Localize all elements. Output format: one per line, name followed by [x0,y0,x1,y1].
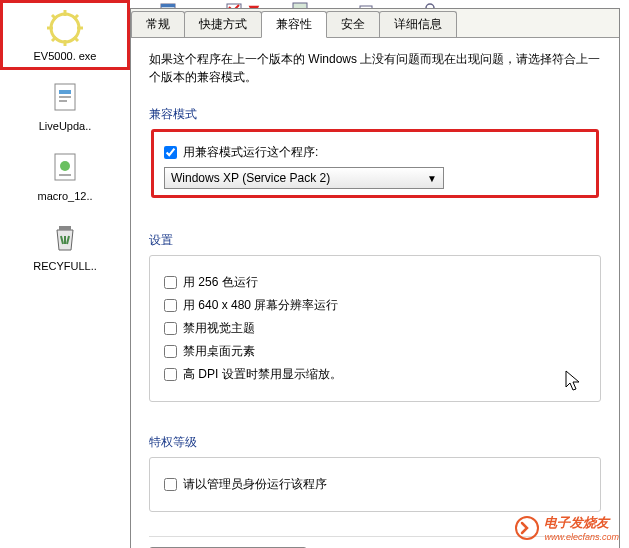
tab-security[interactable]: 安全 [326,11,380,37]
setting-checkbox-desktop-composition[interactable] [164,345,177,358]
compat-mode-checkbox-row: 用兼容模式运行这个程序: [164,144,586,161]
svg-line-8 [52,37,56,41]
privilege-checkbox-admin[interactable] [164,478,177,491]
watermark-url: www.elecfans.com [544,532,619,542]
setting-label: 用 256 色运行 [183,274,258,291]
setting-label: 用 640 x 480 屏幕分辨率运行 [183,297,338,314]
file-icon [45,78,85,118]
desktop-icon-ev5000[interactable]: EV5000. exe [0,0,130,70]
privilege-box: 请以管理员身份运行该程序 [149,457,601,512]
svg-rect-11 [59,96,71,98]
setting-checkbox-visual-themes[interactable] [164,322,177,335]
setting-row: 禁用桌面元素 [164,343,586,360]
properties-dialog: 常规 快捷方式 兼容性 安全 详细信息 如果这个程序在上一个版本的 Window… [130,8,620,548]
svg-line-7 [74,15,78,19]
tab-shortcut[interactable]: 快捷方式 [184,11,262,37]
desktop-icon-label: EV5000. exe [34,50,97,62]
svg-point-14 [60,161,70,171]
watermark-text-wrap: 电子发烧友 www.elecfans.com [544,514,619,542]
setting-row: 禁用视觉主题 [164,320,586,337]
setting-label: 禁用视觉主题 [183,320,255,337]
tab-details[interactable]: 详细信息 [379,11,457,37]
svg-line-6 [74,37,78,41]
compat-mode-checkbox[interactable] [164,146,177,159]
svg-rect-15 [59,174,71,176]
desktop-icon-liveupda[interactable]: LiveUpda.. [0,70,130,140]
setting-row: 用 256 色运行 [164,274,586,291]
desktop-icon-label: macro_12.. [37,190,92,202]
desktop-icon-label: LiveUpda.. [39,120,92,132]
tab-compatibility[interactable]: 兼容性 [261,11,327,38]
watermark-logo-icon [514,515,540,541]
desktop-icon-label: RECYFULL.. [33,260,97,272]
chevron-down-icon: ▼ [427,173,437,184]
intro-text: 如果这个程序在上一个版本的 Windows 上没有问题而现在出现问题，请选择符合… [149,50,601,86]
svg-rect-16 [59,226,71,230]
compat-mode-dropdown[interactable]: Windows XP (Service Pack 2) ▼ [164,167,444,189]
cursor-icon [564,369,584,398]
svg-rect-12 [59,100,67,102]
settings-fieldset: 设置 用 256 色运行 用 640 x 480 屏幕分辨率运行 禁用视觉主题 … [149,224,601,414]
watermark-text: 电子发烧友 [544,514,619,532]
privilege-title: 特权等级 [149,434,601,451]
tabs-row: 常规 快捷方式 兼容性 安全 详细信息 [131,9,619,38]
compat-mode-highlight: 用兼容模式运行这个程序: Windows XP (Service Pack 2)… [151,129,599,198]
privilege-label: 请以管理员身份运行该程序 [183,476,327,493]
setting-row: 用 640 x 480 屏幕分辨率运行 [164,297,586,314]
setting-label: 禁用桌面元素 [183,343,255,360]
desktop-icon-recyfull[interactable]: RECYFULL.. [0,210,130,280]
settings-box: 用 256 色运行 用 640 x 480 屏幕分辨率运行 禁用视觉主题 禁用桌… [149,255,601,402]
gear-icon [45,8,85,48]
compat-mode-title: 兼容模式 [149,106,601,123]
setting-checkbox-256color[interactable] [164,276,177,289]
dialog-body: 如果这个程序在上一个版本的 Windows 上没有问题而现在出现问题，请选择符合… [131,38,619,548]
svg-line-5 [52,15,56,19]
file-icon [45,148,85,188]
tab-general[interactable]: 常规 [131,11,185,37]
setting-label: 高 DPI 设置时禁用显示缩放。 [183,366,342,383]
desktop-area: EV5000. exe LiveUpda.. macro_12.. RECYFU… [0,0,130,548]
setting-checkbox-high-dpi[interactable] [164,368,177,381]
setting-checkbox-640x480[interactable] [164,299,177,312]
svg-rect-10 [59,90,71,94]
svg-rect-18 [161,4,175,7]
privilege-row: 请以管理员身份运行该程序 [164,476,586,493]
compat-mode-fieldset: 兼容模式 用兼容模式运行这个程序: Windows XP (Service Pa… [149,98,601,212]
privilege-fieldset: 特权等级 请以管理员身份运行该程序 [149,426,601,524]
compat-mode-dropdown-value: Windows XP (Service Pack 2) [171,171,330,185]
watermark: 电子发烧友 www.elecfans.com [514,514,619,542]
setting-row: 高 DPI 设置时禁用显示缩放。 [164,366,586,383]
desktop-icon-macro[interactable]: macro_12.. [0,140,130,210]
compat-mode-checkbox-label: 用兼容模式运行这个程序: [183,144,318,161]
settings-title: 设置 [149,232,601,249]
recycle-bin-icon [45,218,85,258]
